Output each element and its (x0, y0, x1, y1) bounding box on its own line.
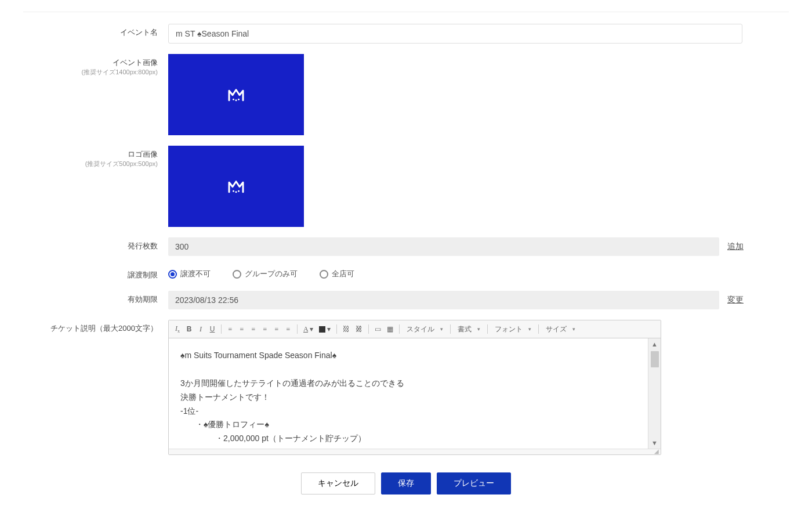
expiry-value: 2023/08/13 22:56 (168, 291, 719, 309)
editor-resize-handle[interactable]: ◢ (169, 449, 661, 454)
radio-no-transfer[interactable]: 譲渡不可 (168, 269, 211, 279)
radio-icon (320, 270, 328, 279)
image-icon[interactable]: ▭ (372, 323, 383, 335)
size-dropdown[interactable]: サイズ▾ (542, 323, 579, 335)
chevron-down-icon: ▾ (528, 326, 531, 332)
align-left-icon[interactable]: ≡ (248, 323, 259, 335)
numbered-list-icon[interactable]: ≡ (225, 323, 235, 335)
table-icon[interactable]: ▦ (385, 323, 396, 335)
radio-group-only[interactable]: グループのみ可 (233, 269, 298, 279)
bullet-list-icon[interactable]: ≡ (237, 323, 247, 335)
font-dropdown-label: フォント (495, 324, 523, 334)
cancel-button[interactable]: キャンセル (301, 472, 375, 494)
change-link[interactable]: 変更 (727, 295, 744, 305)
editor-scrollbar[interactable]: ▲ ▼ (648, 338, 661, 449)
style-dropdown-label: スタイル (407, 324, 434, 334)
separator (399, 324, 400, 334)
add-link[interactable]: 追加 (727, 241, 744, 252)
logo-m-icon (227, 87, 245, 102)
editor-line: 3か月間開催したサテライトの通過者のみが出ることのできる (180, 377, 649, 391)
chevron-down-icon: ▾ (440, 326, 443, 332)
save-button[interactable]: 保存 (381, 472, 431, 494)
editor-line: 決勝トーナメントです！ (180, 391, 649, 405)
editor-content[interactable]: ♠m Suits Tournament Spade Season Final♠ … (169, 338, 661, 449)
italic-icon[interactable]: I (195, 323, 206, 335)
label-logo-image-text: ロゴ画像 (128, 150, 158, 158)
bg-color-icon[interactable]: ▾ (317, 323, 333, 335)
bold-icon[interactable]: B (184, 323, 194, 335)
scroll-down-icon[interactable]: ▼ (648, 437, 661, 449)
logo-image-preview[interactable] (168, 146, 304, 227)
editor-line: ♠m Suits Tournament Spade Season Final♠ (180, 349, 649, 363)
align-center-icon[interactable]: ≡ (260, 323, 270, 335)
radio-no-transfer-label: 譲渡不可 (180, 269, 211, 279)
editor-line: ・2,000,000 pt（トーナメント貯チップ） (180, 432, 649, 446)
underline-icon[interactable]: U (207, 323, 217, 335)
link-icon[interactable]: ⛓ (340, 323, 352, 335)
unlink-icon[interactable]: ⛓̸ (353, 323, 365, 335)
editor-toolbar: Ix B I U ≡ ≡ ≡ ≡ ≡ ≡ A ▾ ▾ ⛓ ⛓̸ ▭ ▦ (169, 320, 661, 338)
label-event-image: イベント画像 (推奨サイズ1400px:800px) (23, 54, 168, 77)
separator (450, 324, 451, 334)
radio-all-shops-label: 全店可 (332, 269, 354, 279)
label-issue-count: 発行枚数 (23, 237, 168, 251)
issue-count-value: 300 (168, 237, 719, 256)
label-event-image-note: (推奨サイズ1400px:800px) (23, 68, 158, 77)
scroll-thumb[interactable] (651, 351, 659, 367)
radio-all-shops[interactable]: 全店可 (320, 269, 354, 279)
svg-point-2 (238, 99, 240, 100)
label-ticket-desc: チケット説明（最大2000文字） (23, 320, 168, 334)
preview-button[interactable]: プレビュー (437, 472, 511, 494)
label-event-name: イベント名 (23, 24, 168, 38)
format-dropdown-label: 書式 (458, 324, 472, 334)
format-dropdown[interactable]: 書式▾ (454, 323, 484, 335)
svg-point-3 (233, 190, 234, 192)
event-image-preview[interactable] (168, 54, 304, 135)
chevron-down-icon: ▾ (477, 326, 480, 332)
radio-icon (168, 270, 177, 279)
label-event-image-text: イベント画像 (113, 58, 158, 67)
separator (487, 324, 488, 334)
separator (368, 324, 369, 334)
chevron-down-icon: ▾ (572, 326, 575, 332)
event-name-input[interactable] (168, 24, 742, 44)
editor-line: ・♠優勝トロフィー♠ (180, 418, 649, 432)
label-logo-image: ロゴ画像 (推奨サイズ500px:500px) (23, 146, 168, 168)
footer-actions: キャンセル 保存 プレビュー (23, 472, 789, 494)
logo-m-icon (227, 179, 245, 194)
separator (538, 324, 539, 334)
separator (221, 324, 222, 334)
font-dropdown[interactable]: フォント▾ (491, 323, 535, 335)
style-dropdown[interactable]: スタイル▾ (403, 323, 447, 335)
radio-icon (233, 270, 241, 279)
separator (297, 324, 298, 334)
ticket-desc-editor: Ix B I U ≡ ≡ ≡ ≡ ≡ ≡ A ▾ ▾ ⛓ ⛓̸ ▭ ▦ (168, 320, 661, 455)
size-dropdown-label: サイズ (546, 324, 567, 334)
transfer-limit-radio-group: 譲渡不可 グループのみ可 全店可 (168, 266, 354, 279)
text-color-icon[interactable]: A ▾ (301, 323, 316, 335)
separator (336, 324, 337, 334)
label-logo-image-note: (推奨サイズ500px:500px) (23, 160, 158, 168)
align-right-icon[interactable]: ≡ (271, 323, 282, 335)
editor-line: -1位- (180, 405, 649, 418)
svg-point-4 (235, 191, 237, 193)
align-justify-icon[interactable]: ≡ (283, 323, 293, 335)
radio-group-only-label: グループのみ可 (245, 269, 298, 279)
label-transfer-limit: 譲渡制限 (23, 266, 168, 280)
svg-point-1 (235, 99, 237, 101)
clear-format-icon[interactable]: Ix (172, 323, 183, 335)
svg-point-5 (238, 190, 240, 192)
svg-point-0 (233, 99, 234, 100)
label-expiry: 有効期限 (23, 291, 168, 305)
scroll-up-icon[interactable]: ▲ (648, 338, 661, 350)
